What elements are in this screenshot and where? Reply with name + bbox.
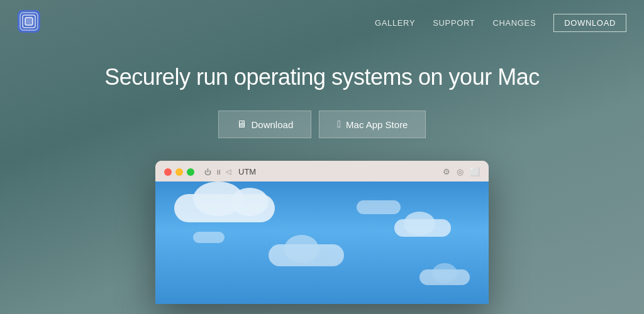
app-window: ⏻ ⏸ ◁ UTM ⚙ ◎ ⬜ [155, 161, 489, 304]
mac-app-store-button[interactable]:  Mac App Store [319, 111, 426, 138]
cloud-3 [269, 244, 344, 266]
nav-changes[interactable]: CHANGES [492, 18, 536, 28]
logo[interactable] [18, 10, 40, 35]
close-button[interactable] [164, 168, 172, 176]
download-label: Download [252, 119, 294, 130]
hero-buttons: 🖥 Download  Mac App Store [13, 111, 631, 138]
apple-icon:  [337, 119, 341, 130]
hero-section: Securely run operating systems on your M… [0, 45, 644, 314]
cloud-6 [419, 269, 470, 285]
back-icon: ◁ [226, 168, 231, 176]
pause-icon: ⏸ [215, 168, 222, 176]
app-window-wrapper: ⏻ ⏸ ◁ UTM ⚙ ◎ ⬜ [13, 161, 631, 304]
cloud-4 [357, 200, 401, 214]
traffic-lights [164, 168, 194, 176]
nav-links: GALLERY SUPPORT CHANGES DOWNLOAD [375, 14, 626, 32]
cloud-1 [174, 194, 275, 222]
download-button[interactable]: 🖥 Download [218, 111, 312, 138]
cloud-5 [193, 232, 225, 243]
download-icon: 🖥 [236, 119, 247, 130]
window-content [155, 181, 489, 304]
window-titlebar: ⏻ ⏸ ◁ UTM ⚙ ◎ ⬜ [155, 161, 489, 181]
power-icon: ⏻ [204, 168, 211, 176]
nav-gallery[interactable]: GALLERY [375, 18, 415, 28]
network-icon[interactable]: ◎ [457, 167, 464, 176]
mas-label: Mac App Store [346, 119, 408, 130]
settings-icon[interactable]: ⚙ [443, 167, 450, 176]
minimize-button[interactable] [175, 168, 183, 176]
cloud-2 [394, 219, 451, 237]
nav-download-button[interactable]: DOWNLOAD [553, 14, 626, 32]
window-right-icons: ⚙ ◎ ⬜ [443, 167, 480, 176]
navigation: GALLERY SUPPORT CHANGES DOWNLOAD [0, 0, 644, 45]
svg-rect-3 [25, 18, 33, 25]
window-title: UTM [238, 167, 256, 176]
window-controls: ⏻ ⏸ ◁ [204, 168, 231, 176]
hero-title: Securely run operating systems on your M… [13, 64, 631, 90]
nav-support[interactable]: SUPPORT [433, 18, 475, 28]
expand-icon[interactable]: ⬜ [470, 167, 480, 176]
fullscreen-button[interactable] [187, 168, 194, 176]
